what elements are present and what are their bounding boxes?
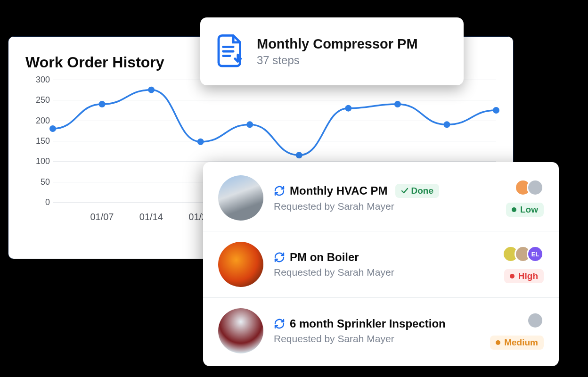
recurring-icon bbox=[274, 185, 285, 197]
assignee-avatars: EL bbox=[502, 246, 544, 262]
assignee-avatars bbox=[527, 312, 544, 329]
procedure-title: Monthly Compressor PM bbox=[257, 36, 418, 52]
x-tick: 01/07 bbox=[90, 212, 114, 222]
y-tick: 250 bbox=[25, 95, 50, 105]
procedure-card[interactable]: Monthly Compressor PM 37 steps bbox=[200, 17, 464, 85]
task-requester: Requested by Sarah Mayer bbox=[274, 267, 492, 278]
task-thumbnail bbox=[218, 308, 263, 353]
avatar bbox=[527, 312, 544, 329]
task-requester: Requested by Sarah Mayer bbox=[274, 333, 480, 344]
svg-point-5 bbox=[296, 152, 302, 158]
document-download-icon bbox=[216, 34, 244, 68]
status-badge: Done bbox=[395, 184, 440, 198]
y-tick: 0 bbox=[25, 197, 50, 207]
svg-point-8 bbox=[443, 121, 450, 128]
svg-point-4 bbox=[246, 121, 253, 128]
priority-badge: High bbox=[504, 269, 544, 283]
svg-point-1 bbox=[99, 101, 106, 107]
recurring-icon bbox=[274, 252, 285, 263]
task-row[interactable]: PM on BoilerRequested by Sarah MayerELHi… bbox=[203, 231, 559, 298]
svg-point-6 bbox=[345, 105, 351, 112]
procedure-subtitle: 37 steps bbox=[257, 54, 418, 67]
svg-point-0 bbox=[49, 125, 56, 132]
avatar: EL bbox=[527, 246, 544, 262]
y-tick: 150 bbox=[25, 136, 50, 146]
y-tick: 200 bbox=[25, 115, 50, 125]
task-thumbnail bbox=[218, 242, 263, 287]
assignee-avatars bbox=[514, 179, 544, 196]
svg-point-7 bbox=[394, 101, 401, 107]
svg-point-9 bbox=[493, 107, 499, 114]
svg-point-2 bbox=[148, 87, 155, 93]
task-title: Monthly HVAC PM bbox=[290, 184, 388, 197]
y-tick: 50 bbox=[25, 177, 50, 187]
task-requester: Requested by Sarah Mayer bbox=[274, 201, 496, 212]
task-row[interactable]: Monthly HVAC PMDoneRequested by Sarah Ma… bbox=[203, 165, 559, 231]
recurring-icon bbox=[274, 318, 285, 329]
task-title: PM on Boiler bbox=[290, 251, 359, 264]
priority-badge: Medium bbox=[490, 336, 544, 350]
y-tick: 100 bbox=[25, 156, 50, 166]
task-row[interactable]: 6 month Sprinkler InspectionRequested by… bbox=[203, 298, 559, 364]
svg-point-3 bbox=[197, 139, 204, 145]
task-thumbnail bbox=[218, 175, 263, 221]
avatar bbox=[527, 179, 544, 196]
priority-badge: Low bbox=[506, 203, 544, 217]
y-tick: 300 bbox=[25, 75, 50, 85]
task-list-card: Monthly HVAC PMDoneRequested by Sarah Ma… bbox=[203, 162, 559, 366]
task-title: 6 month Sprinkler Inspection bbox=[290, 317, 446, 330]
x-tick: 01/14 bbox=[139, 212, 163, 222]
